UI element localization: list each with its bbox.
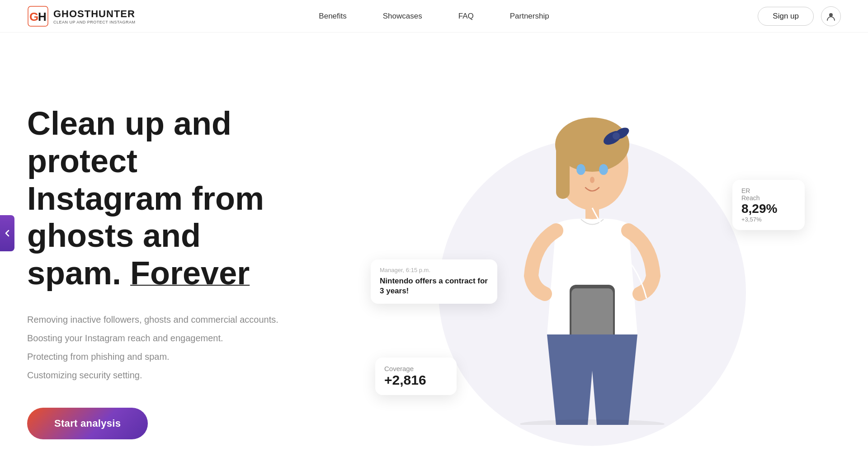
er-label-line1: ER bbox=[741, 187, 796, 194]
feature-4: Customizing security setting. bbox=[27, 370, 344, 381]
svg-point-11 bbox=[576, 164, 585, 175]
svg-point-10 bbox=[613, 132, 620, 140]
signup-button[interactable]: Sign up bbox=[758, 7, 814, 26]
nav-showcases[interactable]: Showcases bbox=[383, 12, 422, 21]
nav-partnership[interactable]: Partnership bbox=[510, 12, 549, 21]
svg-point-4 bbox=[829, 13, 833, 17]
side-arrow-tab[interactable] bbox=[0, 215, 14, 251]
features-list: Removing inactive followers, ghosts and … bbox=[27, 315, 344, 381]
svg-point-13 bbox=[590, 177, 594, 183]
brand-name: GHOSTHUNTER bbox=[53, 8, 136, 20]
header: G H GHOSTHUNTER CLEAN UP AND PROTECT INS… bbox=[0, 0, 868, 33]
main-nav: Benefits Showcases FAQ Partnership bbox=[319, 12, 549, 21]
hero-title-line1: Clean up and protect bbox=[27, 105, 231, 179]
logo-text: GHOSTHUNTER CLEAN UP AND PROTECT INSTAGR… bbox=[53, 8, 136, 24]
er-label: ER Reach bbox=[741, 187, 796, 202]
start-analysis-button[interactable]: Start analysis bbox=[27, 408, 148, 439]
message-text: Nintendo offers a contract for 3 years! bbox=[380, 276, 488, 296]
person-svg bbox=[497, 108, 687, 425]
svg-rect-7 bbox=[556, 145, 570, 199]
svg-point-17 bbox=[520, 419, 665, 425]
coverage-card: Coverage +2,816 bbox=[375, 358, 457, 395]
user-icon bbox=[826, 11, 836, 21]
svg-text:G: G bbox=[29, 10, 38, 24]
hero-title-forever: Forever bbox=[130, 255, 250, 291]
hero-title: Clean up and protect Instagram from ghos… bbox=[27, 105, 344, 292]
nav-faq[interactable]: FAQ bbox=[458, 12, 474, 21]
header-actions: Sign up bbox=[758, 6, 841, 26]
hero-left: Clean up and protect Instagram from ghos… bbox=[27, 69, 344, 466]
coverage-value: +2,816 bbox=[384, 372, 448, 388]
er-value: 8,29% bbox=[741, 202, 796, 216]
er-reach-card: ER Reach 8,29% +3,57% bbox=[732, 180, 805, 230]
logo-icon: G H bbox=[27, 5, 49, 27]
message-card: Manager, 6:15 p.m. Nintendo offers a con… bbox=[371, 259, 497, 303]
nav-benefits[interactable]: Benefits bbox=[319, 12, 346, 21]
feature-1: Removing inactive followers, ghosts and … bbox=[27, 315, 344, 325]
hero-person-illustration bbox=[497, 108, 687, 427]
user-icon-button[interactable] bbox=[821, 6, 841, 26]
coverage-label: Coverage bbox=[384, 365, 448, 372]
message-sender: Manager, 6:15 p.m. bbox=[380, 267, 488, 273]
hero-title-line3: spam. bbox=[27, 255, 130, 291]
feature-3: Protecting from phishing and spam. bbox=[27, 352, 344, 362]
er-label-line2: Reach bbox=[741, 194, 796, 202]
svg-point-12 bbox=[599, 164, 608, 175]
hero-title-line2: Instagram from ghosts and bbox=[27, 180, 264, 254]
svg-text:H: H bbox=[38, 10, 47, 24]
brand-tagline: CLEAN UP AND PROTECT INSTAGRAM bbox=[53, 20, 136, 24]
logo[interactable]: G H GHOSTHUNTER CLEAN UP AND PROTECT INS… bbox=[27, 5, 136, 27]
main-content: Clean up and protect Instagram from ghos… bbox=[0, 33, 868, 466]
er-delta: +3,57% bbox=[741, 216, 796, 223]
hero-right: ER Reach 8,29% +3,57% Manager, 6:15 p.m.… bbox=[344, 69, 841, 466]
feature-2: Boosting your Instagram reach and engage… bbox=[27, 333, 344, 344]
